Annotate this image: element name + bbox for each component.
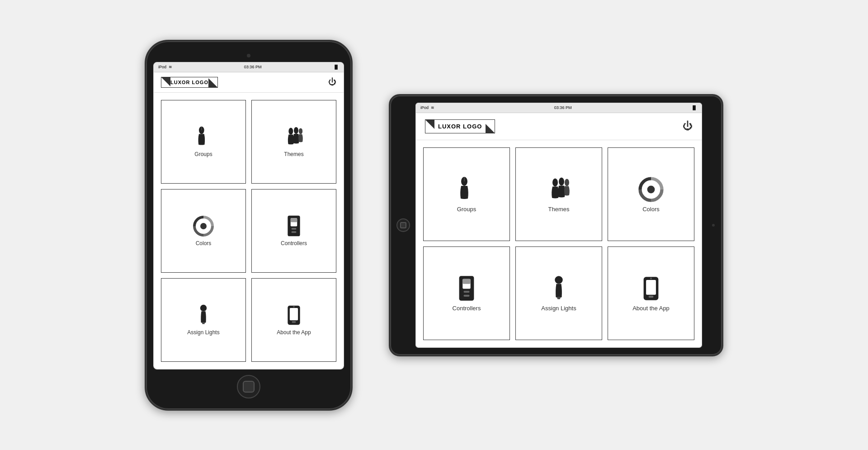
svg-rect-12 <box>202 322 204 324</box>
phone-menu-grid: Groups <box>154 93 344 369</box>
svg-rect-10 <box>292 231 297 233</box>
phone-device: iPod ≋ 03:36 PM ▐▌ LUXOR LOGO ⏻ <box>145 40 353 411</box>
svg-point-28 <box>555 276 562 284</box>
svg-rect-26 <box>463 290 469 292</box>
tablet-controllers-label: Controllers <box>453 305 481 312</box>
svg-rect-9 <box>292 228 297 230</box>
groups-icon <box>192 126 215 148</box>
svg-point-33 <box>650 277 652 279</box>
tablet-menu-grid: Groups <box>416 140 702 347</box>
phone-time: 03:36 PM <box>244 65 262 69</box>
phone-colors-label: Colors <box>196 240 212 246</box>
phone-ipod-label: iPod <box>158 65 166 69</box>
tablet-about-app-label: About the App <box>632 305 670 312</box>
svg-point-3 <box>299 128 302 134</box>
tablet-menu-item-groups[interactable]: Groups <box>423 147 510 241</box>
tablet-assign-lights-label: Assign Lights <box>541 305 576 312</box>
assign-lights-icon <box>192 304 215 327</box>
phone-status-bar: iPod ≋ 03:36 PM ▐▌ <box>154 62 344 72</box>
phone-menu-item-colors[interactable]: Colors <box>161 189 246 273</box>
phone-about-app-label: About the App <box>277 329 311 336</box>
controllers-icon <box>283 215 305 237</box>
tablet-power-button[interactable]: ⏻ <box>683 120 693 132</box>
tablet-about-app-icon <box>637 275 665 302</box>
tablet-menu-item-about-app[interactable]: About the App <box>608 246 694 340</box>
phone-logo: LUXOR LOGO <box>161 77 218 88</box>
tablet-home-button[interactable] <box>396 218 410 232</box>
phone-assign-lights-label: Assign Lights <box>187 329 219 336</box>
phone-controllers-label: Controllers <box>281 240 307 246</box>
tablet-screen: iPod ≋ 03:36 PM ▐▌ LUXOR LOGO ⏻ <box>415 103 702 348</box>
svg-point-1 <box>288 128 293 135</box>
tablet-menu-item-assign-lights[interactable]: Assign Lights <box>515 246 602 340</box>
svg-point-20 <box>565 179 569 186</box>
svg-point-5 <box>200 223 207 229</box>
svg-rect-31 <box>646 279 656 294</box>
svg-rect-15 <box>292 321 296 323</box>
phone-home-button[interactable] <box>237 375 260 398</box>
page-container: iPod ≋ 03:36 PM ▐▌ LUXOR LOGO ⏻ <box>0 22 868 429</box>
svg-rect-8 <box>291 218 297 222</box>
tablet-themes-label: Themes <box>548 206 570 213</box>
tablet-groups-label: Groups <box>457 206 476 213</box>
phone-power-button[interactable]: ⏻ <box>328 77 336 87</box>
svg-rect-25 <box>462 279 470 284</box>
phone-wifi-icon: ≋ <box>169 65 172 69</box>
tablet-header: LUXOR LOGO ⏻ <box>416 113 702 140</box>
tablet-menu-item-controllers[interactable]: Controllers <box>423 246 510 340</box>
tablet-device: iPod ≋ 03:36 PM ▐▌ LUXOR LOGO ⏻ <box>389 94 723 356</box>
colors-icon <box>192 215 215 237</box>
phone-menu-item-about-app[interactable]: About the App <box>251 278 336 362</box>
phone-menu-item-assign-lights[interactable]: Assign Lights <box>161 278 246 362</box>
phone-menu-item-groups[interactable]: Groups <box>161 100 246 184</box>
tablet-menu-item-themes[interactable]: Themes <box>515 147 602 241</box>
phone-themes-label: Themes <box>284 151 303 157</box>
svg-rect-14 <box>290 308 298 320</box>
svg-point-19 <box>559 177 564 185</box>
svg-rect-27 <box>463 294 469 296</box>
svg-point-18 <box>552 178 558 186</box>
tablet-time: 03:36 PM <box>554 105 572 110</box>
svg-rect-32 <box>649 295 654 297</box>
phone-battery: ▐▌ <box>333 65 339 69</box>
phone-header: LUXOR LOGO ⏻ <box>154 72 344 93</box>
tablet-logo: LUXOR LOGO <box>425 119 495 133</box>
phone-camera <box>247 54 250 57</box>
phone-screen-content: iPod ≋ 03:36 PM ▐▌ LUXOR LOGO ⏻ <box>154 62 344 369</box>
phone-menu-item-controllers[interactable]: Controllers <box>251 189 336 273</box>
tablet-themes-icon <box>545 176 572 203</box>
phone-menu-item-themes[interactable]: Themes <box>251 100 336 184</box>
phone-home-button-inner <box>243 381 255 393</box>
svg-point-16 <box>293 306 295 308</box>
tablet-status-bar: iPod ≋ 03:36 PM ▐▌ <box>416 103 702 113</box>
svg-point-2 <box>294 127 298 134</box>
tablet-colors-label: Colors <box>642 206 660 213</box>
tablet-groups-icon <box>453 176 480 203</box>
tablet-colors-icon <box>637 176 665 203</box>
svg-point-22 <box>647 185 655 193</box>
svg-rect-29 <box>557 297 561 299</box>
phone-groups-label: Groups <box>194 151 212 157</box>
tablet-camera <box>712 224 715 227</box>
tablet-controllers-icon <box>453 275 480 302</box>
phone-status-left: iPod ≋ <box>158 65 172 69</box>
tablet-wifi-icon: ≋ <box>431 105 434 110</box>
svg-point-11 <box>200 305 207 312</box>
tablet-menu-item-colors[interactable]: Colors <box>608 147 694 241</box>
tablet-ipod-label: iPod <box>420 105 429 110</box>
tablet-battery: ▐▌ <box>691 105 697 110</box>
phone-screen: iPod ≋ 03:36 PM ▐▌ LUXOR LOGO ⏻ <box>153 62 344 369</box>
tablet-assign-lights-icon <box>545 275 572 302</box>
tablet-screen-content: iPod ≋ 03:36 PM ▐▌ LUXOR LOGO ⏻ <box>416 103 702 347</box>
tablet-status-left: iPod ≋ <box>420 105 434 110</box>
tablet-home-button-inner <box>400 222 406 228</box>
themes-icon <box>283 126 305 148</box>
about-app-icon <box>283 304 305 327</box>
